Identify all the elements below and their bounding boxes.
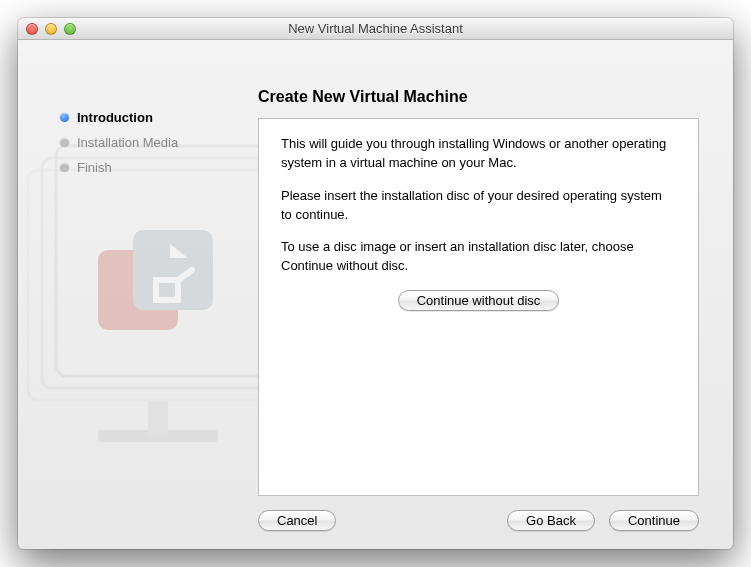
step-finish: Finish <box>60 160 248 175</box>
zoom-icon[interactable] <box>64 23 76 35</box>
continue-without-disc-button[interactable]: Continue without disc <box>398 290 560 311</box>
step-label: Finish <box>77 160 112 175</box>
assistant-window: New Virtual Machine Assistant Introducti… <box>18 18 733 549</box>
instruction-text: Please insert the installation disc of y… <box>281 187 676 225</box>
step-introduction: Introduction <box>60 110 248 125</box>
window-body: Introduction Installation Media Finish C… <box>18 40 733 549</box>
cancel-button[interactable]: Cancel <box>258 510 336 531</box>
minimize-icon[interactable] <box>45 23 57 35</box>
continue-button[interactable]: Continue <box>609 510 699 531</box>
instructions-block: Please insert the installation disc of y… <box>281 187 676 311</box>
instruction-text: To use a disc image or insert an install… <box>281 238 676 276</box>
sidebar: Introduction Installation Media Finish <box>18 40 248 549</box>
step-label: Introduction <box>77 110 153 125</box>
traffic-lights <box>18 23 76 35</box>
main-content: Create New Virtual Machine This will gui… <box>248 40 733 549</box>
titlebar: New Virtual Machine Assistant <box>18 18 733 40</box>
step-installation-media: Installation Media <box>60 135 248 150</box>
page-title: Create New Virtual Machine <box>258 88 699 106</box>
bullet-icon <box>60 113 69 122</box>
bullet-icon <box>60 138 69 147</box>
go-back-button[interactable]: Go Back <box>507 510 595 531</box>
window-title: New Virtual Machine Assistant <box>18 21 733 36</box>
intro-text: This will guide you through installing W… <box>281 135 676 173</box>
close-icon[interactable] <box>26 23 38 35</box>
step-label: Installation Media <box>77 135 178 150</box>
content-panel: This will guide you through installing W… <box>258 118 699 496</box>
bullet-icon <box>60 163 69 172</box>
footer: Cancel Go Back Continue <box>258 496 699 531</box>
